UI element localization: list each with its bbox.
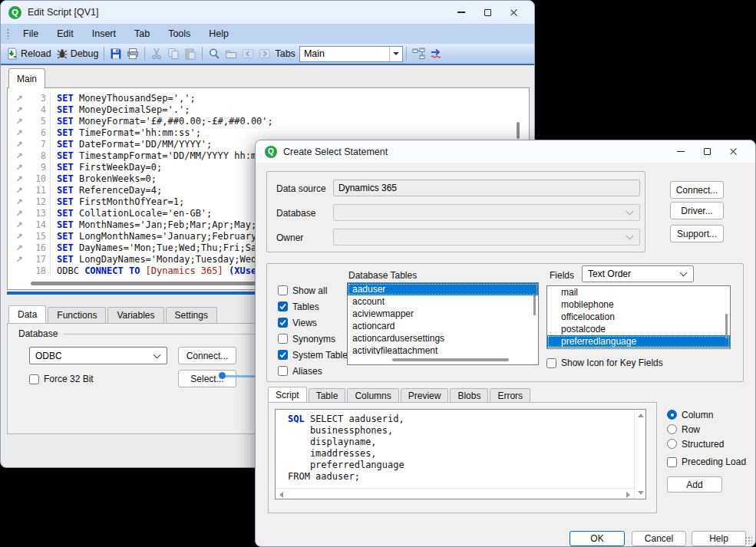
- dialog-maximize-button[interactable]: [694, 142, 720, 162]
- owner-label: Owner: [276, 232, 303, 243]
- fields-list[interactable]: mailmobilephoneofficelocationpostalcodep…: [546, 285, 731, 349]
- tables-vertical-scrollbar[interactable]: [533, 295, 536, 315]
- checkbox-aliases[interactable]: Aliases: [278, 363, 352, 379]
- cancel-button[interactable]: Cancel: [632, 531, 686, 546]
- print-button[interactable]: [124, 45, 141, 62]
- preceding-load-checkbox[interactable]: Preceding Load: [667, 456, 746, 467]
- dialog-close-button[interactable]: [720, 142, 746, 162]
- callout-line: [225, 375, 256, 377]
- table-item-account[interactable]: account: [348, 295, 538, 308]
- help-button[interactable]: Help: [692, 531, 746, 546]
- debug-button[interactable]: Debug: [54, 45, 101, 62]
- maximize-button[interactable]: [474, 2, 500, 22]
- force-32bit-checkbox[interactable]: Force 32 Bit: [29, 374, 94, 384]
- syntax-check-button[interactable]: [428, 45, 445, 62]
- checkbox-synonyms[interactable]: Synonyms: [278, 331, 352, 347]
- save-button[interactable]: [107, 45, 124, 62]
- code-line[interactable]: ↗5SET MoneyFormat='£#,##0.00;-£#,##0.00'…: [8, 116, 529, 127]
- tab-data[interactable]: Data: [8, 305, 46, 323]
- code-line[interactable]: ↗4SET MoneyDecimalSep='.';: [8, 104, 529, 116]
- connect-button-main[interactable]: Connect...: [178, 347, 236, 364]
- tables-horizontal-scrollbar[interactable]: [392, 358, 509, 361]
- tab-settings[interactable]: Settings: [166, 307, 217, 323]
- table-viewer-button[interactable]: [410, 45, 428, 62]
- table-item-aciviewmapper[interactable]: aciviewmapper: [348, 308, 538, 320]
- table-item-actioncard[interactable]: actioncard: [348, 320, 538, 332]
- forward-button[interactable]: [256, 45, 273, 62]
- chevron-down-icon: [626, 208, 634, 216]
- table-item-aaduser[interactable]: aaduser: [348, 283, 538, 295]
- find-button[interactable]: [206, 45, 223, 62]
- radio-column[interactable]: Column: [667, 407, 724, 422]
- menu-file[interactable]: File: [14, 25, 48, 42]
- save-icon: [110, 48, 122, 60]
- close-button[interactable]: [500, 2, 527, 22]
- tab-preview[interactable]: Preview: [401, 388, 449, 402]
- menu-help[interactable]: Help: [200, 25, 238, 42]
- menu-drag-handle[interactable]: [7, 28, 9, 39]
- fields-order-combo[interactable]: Text Order: [582, 265, 694, 282]
- field-item-mail[interactable]: mail: [547, 286, 730, 298]
- field-item-officelocation[interactable]: officelocation: [547, 311, 730, 323]
- menu-tools[interactable]: Tools: [159, 25, 200, 42]
- tab-blobs[interactable]: Blobs: [450, 388, 488, 402]
- script-tab-main[interactable]: Main: [8, 68, 45, 88]
- field-item-streetaddress[interactable]: streetaddress: [547, 348, 730, 348]
- fields-vertical-scrollbar[interactable]: [725, 314, 728, 338]
- back-button[interactable]: [239, 45, 256, 62]
- owner-combo[interactable]: [333, 229, 640, 245]
- tab-select-combo[interactable]: Main: [299, 46, 403, 62]
- database-combo[interactable]: [333, 204, 640, 221]
- add-button[interactable]: Add: [667, 476, 722, 493]
- resize-grip[interactable]: [744, 536, 752, 544]
- field-item-preferredlanguage[interactable]: preferredlanguage: [547, 335, 730, 348]
- field-item-postalcode[interactable]: postalcode: [547, 323, 730, 335]
- checkbox-views[interactable]: Views: [278, 315, 352, 331]
- code-line[interactable]: ↗3SET MoneyThousandSep=',';: [8, 93, 529, 104]
- ok-button[interactable]: OK: [569, 531, 625, 546]
- tab-script[interactable]: Script: [268, 387, 307, 402]
- checkbox-system-tables[interactable]: System Tables: [278, 347, 352, 363]
- checkbox-tables[interactable]: Tables: [278, 298, 352, 315]
- table-item-actioncardusersettings[interactable]: actioncardusersettings: [348, 332, 538, 344]
- open-file-button[interactable]: [223, 45, 239, 62]
- connect-button[interactable]: Connect...: [670, 181, 724, 199]
- reload-button[interactable]: Reload: [4, 45, 54, 62]
- combo-dropdown-button[interactable]: [389, 47, 402, 61]
- checkbox-show-all[interactable]: Show all: [278, 282, 352, 298]
- field-item-mobilephone[interactable]: mobilephone: [547, 298, 730, 311]
- radio-row[interactable]: Row: [667, 422, 724, 437]
- select-button-main[interactable]: Select...: [178, 370, 236, 387]
- menu-edit[interactable]: Edit: [48, 25, 83, 42]
- cut-button[interactable]: [148, 45, 165, 62]
- driver-button[interactable]: Driver...: [670, 202, 724, 219]
- tab-variables[interactable]: Variables: [107, 307, 163, 323]
- checkbox-icon: [278, 366, 288, 376]
- copy-button[interactable]: [165, 45, 182, 62]
- database-tables-list[interactable]: aaduseraccountaciviewmapperactioncardact…: [347, 282, 539, 365]
- script-horizontal-scrollbar[interactable]: [276, 488, 634, 499]
- debug-icon: [56, 48, 68, 60]
- paste-button[interactable]: [182, 45, 199, 62]
- table-item-activityfileattachment[interactable]: activityfileattachment: [348, 344, 538, 354]
- data-source-field[interactable]: Dynamics 365: [333, 180, 640, 196]
- support-button[interactable]: Support...: [670, 225, 724, 242]
- gutter-arrow-icon: [8, 265, 31, 277]
- tab-table[interactable]: Table: [309, 388, 346, 402]
- tab-functions[interactable]: Functions: [48, 307, 106, 323]
- menu-insert[interactable]: Insert: [83, 25, 125, 42]
- radio-structured[interactable]: Structured: [667, 437, 724, 451]
- minimize-button[interactable]: [448, 2, 474, 22]
- code-line[interactable]: ↗6SET TimeFormat='hh:mm:ss';: [8, 127, 529, 139]
- menu-tab[interactable]: Tab: [125, 25, 159, 42]
- editor-vertical-scrollbar[interactable]: [517, 122, 520, 139]
- dialog-minimize-button[interactable]: [668, 142, 694, 162]
- database-type-combo[interactable]: ODBC: [29, 347, 167, 364]
- tab-columns[interactable]: Columns: [347, 388, 398, 402]
- tab-errors[interactable]: Errors: [490, 388, 530, 402]
- database-tables-label: Database Tables: [348, 270, 417, 281]
- script-vertical-scrollbar[interactable]: [634, 410, 645, 499]
- sql-line: SQL SELECT aaduserid,: [282, 414, 632, 425]
- show-icon-key-fields-checkbox[interactable]: Show Icon for Key Fields: [546, 358, 663, 368]
- sql-script-box[interactable]: SQL SELECT aaduserid, businessphones, di…: [275, 409, 646, 499]
